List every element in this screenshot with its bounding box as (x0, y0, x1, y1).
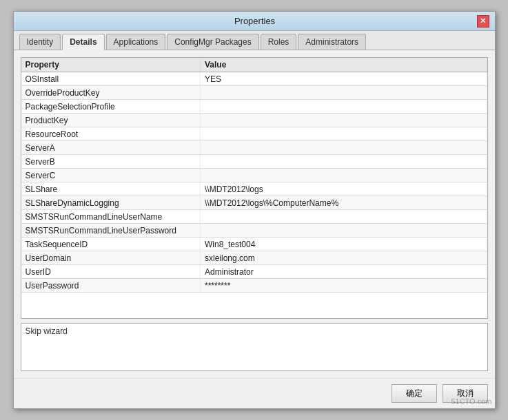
table-row: ServerC (21, 169, 487, 182)
value-cell (201, 224, 487, 238)
property-cell: ResourceRoot (21, 127, 201, 141)
property-cell: ServerC (21, 169, 201, 182)
value-cell: sxleilong.com (201, 251, 487, 265)
property-cell: OSInstall (21, 72, 201, 86)
table-row: UserDomainsxleilong.com (21, 251, 487, 265)
tab-configmgr-packages[interactable]: ConfigMgr Packages (167, 34, 258, 50)
table-row: PackageSelectionProfile (21, 100, 487, 114)
watermark: 51CTO.com (451, 397, 491, 406)
value-cell (201, 210, 487, 224)
property-cell: SLShare (21, 182, 201, 196)
table-row: SLShareDynamicLogging\\MDT2012\logs\%Com… (21, 196, 487, 210)
value-cell (201, 155, 487, 169)
property-cell: SMSTSRunCommandLineUserName (21, 210, 201, 224)
table-row: ResourceRoot (21, 127, 487, 141)
property-cell: SMSTSRunCommandLineUserPassword (21, 224, 201, 238)
tab-roles[interactable]: Roles (261, 34, 297, 50)
tab-applications[interactable]: Applications (106, 34, 166, 50)
property-cell: ServerA (21, 141, 201, 155)
confirm-button[interactable]: 确定 (392, 384, 437, 403)
value-cell (201, 127, 487, 141)
table-row: UserIDAdministrator (21, 265, 487, 279)
property-cell: SLShareDynamicLogging (21, 196, 201, 210)
column-header-property: Property (21, 58, 201, 72)
value-cell (201, 86, 487, 100)
properties-table: Property Value OSInstallYESOverrideProdu… (21, 58, 487, 293)
column-header-value: Value (201, 58, 487, 72)
value-cell: Administrator (201, 265, 487, 279)
table-row: UserPassword******** (21, 279, 487, 293)
property-cell: UserID (21, 265, 201, 279)
description-text: Skip wizard (26, 326, 68, 336)
property-cell: OverrideProductKey (21, 86, 201, 100)
value-cell (201, 100, 487, 114)
property-cell: ServerB (21, 155, 201, 169)
value-cell (201, 141, 487, 155)
value-cell: Win8_test004 (201, 238, 487, 251)
table-row: OSInstallYES (21, 72, 487, 86)
close-button[interactable]: ✕ (477, 15, 489, 28)
tab-details[interactable]: Details (62, 34, 104, 50)
table-row: ProductKey (21, 114, 487, 127)
table-row: SMSTSRunCommandLineUserName (21, 210, 487, 224)
tab-identity[interactable]: Identity (19, 34, 61, 50)
value-cell: \\MDT2012\logs\%ComputerName% (201, 196, 487, 210)
description-area: Skip wizard (21, 323, 488, 371)
property-cell: PackageSelectionProfile (21, 100, 201, 114)
value-cell: \\MDT2012\logs (201, 182, 487, 196)
value-cell (201, 169, 487, 182)
footer-bar: 确定 取消 51CTO.com (14, 378, 495, 408)
property-cell: ProductKey (21, 114, 201, 127)
value-cell: YES (201, 72, 487, 86)
property-cell: TaskSequenceID (21, 238, 201, 251)
tab-content: Property Value OSInstallYESOverrideProdu… (14, 50, 495, 378)
table-row: OverrideProductKey (21, 86, 487, 100)
property-cell: UserDomain (21, 251, 201, 265)
value-cell: ******** (201, 279, 487, 293)
table-row: ServerA (21, 141, 487, 155)
property-cell: UserPassword (21, 279, 201, 293)
table-row: SLShare\\MDT2012\logs (21, 182, 487, 196)
value-cell (201, 114, 487, 127)
window-title: Properties (33, 16, 477, 26)
table-row: ServerB (21, 155, 487, 169)
properties-window: Properties ✕ Identity Details Applicatio… (13, 11, 496, 409)
tab-administrators[interactable]: Administrators (298, 34, 366, 50)
properties-table-container[interactable]: Property Value OSInstallYESOverrideProdu… (21, 57, 488, 319)
titlebar: Properties ✕ (14, 12, 495, 31)
tab-bar: Identity Details Applications ConfigMgr … (14, 31, 495, 50)
table-row: TaskSequenceIDWin8_test004 (21, 238, 487, 251)
table-row: SMSTSRunCommandLineUserPassword (21, 224, 487, 238)
